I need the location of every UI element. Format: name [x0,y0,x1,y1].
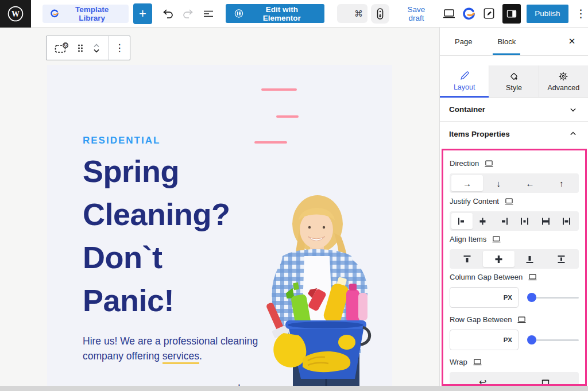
heading-line: Cleaning? [83,193,230,236]
wrap-control: ↩ [450,372,579,386]
direction-label: Direction [450,158,479,169]
undo-button[interactable] [160,6,174,21]
close-sidebar-button[interactable]: ✕ [565,36,579,47]
tab-style[interactable]: Style [489,65,538,98]
row-gap-slider[interactable] [528,335,579,344]
row-gap-label: Row Gap Between [450,315,512,325]
chevron-down-icon [567,104,579,115]
desktop-preview-icon [442,8,456,20]
settings-sidebar-toggle[interactable] [502,4,521,24]
block-mover[interactable] [88,36,105,60]
direction-row-reverse-button[interactable]: ← [514,175,546,191]
direction-row-button[interactable]: → [451,175,483,191]
align-center-button[interactable] [483,251,514,267]
tab-advanced[interactable]: Advanced [539,65,588,98]
column-gap-input[interactable] [456,293,504,302]
column-gap-label-row: Column Gap Between [450,272,579,282]
column-gap-slider[interactable] [528,293,579,302]
block-toolbar: G ⋮ [46,36,130,60]
wordpress-logo[interactable]: W [0,0,31,28]
justify-end-icon [498,216,509,227]
hero-heading[interactable]: Spring Cleaning? Don`t Panic! [83,150,230,322]
responsive-device-icon[interactable] [528,273,537,281]
justify-space-around-icon [519,216,530,227]
slider-thumb[interactable] [527,293,536,302]
panel-container-label: Container [449,105,485,114]
direction-label-row: Direction [450,158,579,169]
publish-button[interactable]: Publish [527,5,568,23]
services-link[interactable]: services [163,350,199,364]
decor-dash [254,141,287,144]
keyboard-shortcut-badge[interactable]: ⌘ [337,4,368,23]
wrap-nowrap-button[interactable]: ↩ [451,374,514,386]
paragraph-line2: company offering [83,350,163,362]
responsive-device-icon[interactable] [504,198,514,206]
block-appender-plus[interactable]: + [237,381,242,386]
plus-icon: + [139,7,146,20]
heading-line: Don`t [83,236,230,279]
responsive-device-icon[interactable] [473,358,482,366]
column-gap-unit[interactable]: PX [504,294,512,301]
undo-icon [161,8,174,20]
panel-container[interactable]: Container [440,98,588,122]
justify-space-between-button[interactable] [535,213,556,229]
align-items-control [450,249,579,269]
hero-section[interactable]: RESIDENTIAL Spring Cleaning? Don`t Panic… [47,65,392,386]
panel-items-properties[interactable]: Items Properties [440,122,588,146]
block-options-button[interactable]: ⋮ [109,36,130,60]
nowrap-return-icon: ↩ [479,377,486,386]
document-overview-button[interactable] [201,6,215,21]
hero-paragraph[interactable]: Hire us! We are a professional cleaning … [83,334,258,363]
justify-content-label-row: Justify Content [450,196,579,207]
tab-layout[interactable]: Layout [440,65,489,98]
tab-block[interactable]: Block [493,28,520,55]
svg-text:G: G [64,43,67,47]
row-gap-control: PX [450,330,579,350]
hero-eyebrow[interactable]: RESIDENTIAL [83,135,160,146]
tab-page[interactable]: Page [450,28,477,55]
justify-space-around-button[interactable] [514,213,536,229]
align-stretch-button[interactable] [546,251,577,267]
highlight-annotation-box: Direction → ↓ ← ↑ Justify Content [442,149,587,386]
align-end-button[interactable] [514,251,546,267]
responsive-device-icon[interactable] [517,316,527,324]
options-menu-button[interactable]: ⋮ [574,7,588,20]
container-block-icon-button[interactable]: G [50,36,73,60]
edit-with-elementor-button[interactable]: Edit with Elementor [226,4,324,23]
edit-mode-button[interactable] [482,6,496,21]
arrow-right-icon: → [463,179,471,188]
panel-items-properties-label: Items Properties [449,130,510,138]
scroll-mode-badge[interactable] [371,4,389,24]
align-start-button[interactable] [451,251,483,267]
arrow-left-icon: ← [525,179,534,188]
paragraph-line1: Hire us! We are a professional cleaning [83,335,258,347]
column-gap-label: Column Gap Between [450,272,523,282]
justify-end-button[interactable] [493,213,514,229]
responsive-device-icon[interactable] [484,160,494,168]
row-gap-input[interactable] [456,336,504,344]
wrap-wrap-button[interactable] [514,374,578,386]
gear-icon [558,71,569,82]
drag-handle[interactable] [73,36,88,60]
direction-column-button[interactable]: ↓ [483,175,514,191]
responsive-device-icon[interactable] [492,235,501,243]
save-draft-button[interactable]: Save draft [400,5,433,22]
redo-button[interactable] [181,6,195,21]
block-inserter-button[interactable]: + [133,3,153,24]
gutenkit-topbar-button[interactable] [462,6,475,21]
preview-button[interactable] [442,6,456,21]
gutenkit-logo-icon [462,7,476,21]
justify-center-button[interactable] [473,213,494,229]
justify-start-button[interactable] [451,213,473,229]
align-stretch-icon [556,254,567,265]
sidebar-header: Page Block ✕ [440,28,588,56]
kebab-icon: ⋮ [575,7,586,20]
template-library-button[interactable]: Template Library [42,5,129,23]
direction-column-reverse-button[interactable]: ↑ [546,175,577,191]
justify-space-between-icon [540,216,551,227]
justify-space-evenly-button[interactable] [556,213,578,229]
elementor-icon [234,9,243,18]
row-gap-unit[interactable]: PX [504,336,512,343]
slider-thumb[interactable] [527,335,536,344]
align-items-label-row: Align Items [450,234,579,245]
